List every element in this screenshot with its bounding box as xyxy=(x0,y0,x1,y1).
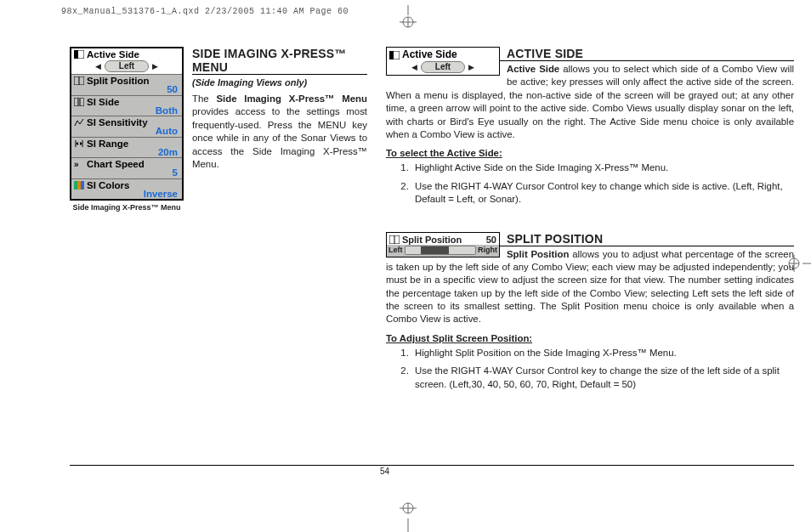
menu-item-value: 5 xyxy=(74,168,179,178)
svg-rect-22 xyxy=(77,181,81,190)
menu-row-chart-speed: »Chart Speed5 xyxy=(71,158,182,179)
menu-item-label: Split Position xyxy=(87,76,149,86)
split-position-para: Split Position allows you to adjust what… xyxy=(386,248,794,326)
page-number: 54 xyxy=(380,467,389,476)
manual-page: 98x_Manual_531376-1_A.qxd 2/23/2005 11:4… xyxy=(0,0,811,532)
side-imaging-subnote: (Side Imaging Views only) xyxy=(192,77,367,88)
split-slider-track xyxy=(405,246,477,255)
mini-active-value: Left xyxy=(421,61,465,73)
active-side-steps-head: To select the Active Side: xyxy=(386,148,794,158)
menu-row-active-side: Active Side◀Left▶ xyxy=(71,48,182,75)
svg-rect-13 xyxy=(74,50,78,59)
menu-row-split-position: Split Position50 xyxy=(71,75,182,96)
menu-item-label: SI Sensitivity xyxy=(87,117,148,127)
footer-rule xyxy=(70,465,794,466)
step-item: Use the RIGHT 4-WAY Cursor Control key t… xyxy=(411,180,794,207)
menu-item-value: 50 xyxy=(74,85,179,95)
side-imaging-heading: SIDE IMAGING X-PRESS™ MENU xyxy=(192,47,367,75)
split-position-section: Split Position 50 Left Right SPLIT POSIT… xyxy=(386,232,794,402)
left-text: SIDE IMAGING X-PRESS™ MENU (Side Imaging… xyxy=(192,47,367,481)
menu-item-value: Inverse xyxy=(74,190,179,200)
menu-item-icon xyxy=(74,50,84,59)
menu-item-icon xyxy=(74,76,84,85)
menu-item-icon xyxy=(74,139,84,148)
menu-item-value: Both xyxy=(74,106,179,116)
menu-item-icon: » xyxy=(74,160,84,168)
svg-rect-25 xyxy=(389,51,394,59)
menu-figure: Active Side◀Left▶Split Position50SI Side… xyxy=(70,47,184,481)
print-slug: 98x_Manual_531376-1_A.qxd 2/23/2005 11:4… xyxy=(61,7,349,16)
menu-item-label: SI Side xyxy=(87,97,119,107)
content-area: Active Side◀Left▶Split Position50SI Side… xyxy=(70,47,794,481)
step-item: Use the RIGHT 4-WAY Cursor Control key t… xyxy=(411,365,794,391)
menu-item-label: Chart Speed xyxy=(87,159,145,169)
svg-rect-17 xyxy=(80,98,84,106)
right-column: Active Side ◀ Left ▶ ACTIVE SIDE Active … xyxy=(386,47,794,481)
split-position-icon xyxy=(389,235,400,244)
crop-mark-top xyxy=(400,5,417,31)
menu-caption: Side Imaging X-Press™ Menu xyxy=(70,203,184,212)
active-side-miniui: Active Side ◀ Left ▶ xyxy=(386,47,500,76)
crop-mark-bottom xyxy=(400,498,417,532)
side-imaging-menu: Active Side◀Left▶Split Position50SI Side… xyxy=(70,47,184,201)
menu-row-si-colors: SI ColorsInverse xyxy=(71,179,182,200)
split-position-steps: Highlight Split Position on the Side Ima… xyxy=(386,347,794,391)
left-column: Active Side◀Left▶Split Position50SI Side… xyxy=(70,47,367,481)
right-arrow-icon: ▶ xyxy=(152,62,158,71)
menu-row-si-sensitivity: SI SensitivityAuto xyxy=(71,116,182,138)
menu-item-icon xyxy=(74,181,84,190)
step-item: Highlight Active Side on the Side Imagin… xyxy=(411,161,794,174)
right-arrow-icon: ▶ xyxy=(468,63,474,71)
menu-item-value: 20m xyxy=(74,148,179,158)
menu-item-label: Active Side xyxy=(87,49,139,59)
split-bar-left: Left xyxy=(388,246,403,254)
active-side-icon xyxy=(389,50,400,59)
split-slider-fill xyxy=(421,246,449,254)
mini-active-label: Active Side xyxy=(402,48,457,60)
svg-rect-23 xyxy=(81,181,84,190)
svg-text:»: » xyxy=(74,160,79,168)
svg-rect-21 xyxy=(74,181,77,190)
mini-split-value: 50 xyxy=(486,235,496,245)
side-imaging-para: The Side Imaging X-Press™ Menu provides … xyxy=(192,93,367,171)
mini-split-label: Split Position xyxy=(402,235,462,245)
split-bar-right: Right xyxy=(478,246,497,254)
split-position-steps-head: To Adjust Split Screen Position: xyxy=(386,333,794,343)
menu-row-si-range: SI Range20m xyxy=(71,138,182,159)
svg-rect-16 xyxy=(74,98,78,106)
menu-item-value: Left xyxy=(105,60,149,72)
left-arrow-icon: ◀ xyxy=(95,62,101,71)
menu-item-label: SI Colors xyxy=(87,180,129,190)
left-arrow-icon: ◀ xyxy=(411,63,417,71)
menu-item-icon xyxy=(74,118,84,127)
step-item: Highlight Split Position on the Side Ima… xyxy=(411,347,794,359)
menu-row-si-side: SI SideBoth xyxy=(71,96,182,117)
menu-item-icon xyxy=(74,98,84,106)
menu-item-label: SI Range xyxy=(87,139,128,149)
active-side-steps: Highlight Active Side on the Side Imagin… xyxy=(386,161,794,206)
active-side-section: Active Side ◀ Left ▶ ACTIVE SIDE Active … xyxy=(386,47,794,217)
split-position-miniui: Split Position 50 Left Right xyxy=(386,232,500,258)
menu-item-value: Auto xyxy=(74,127,179,137)
